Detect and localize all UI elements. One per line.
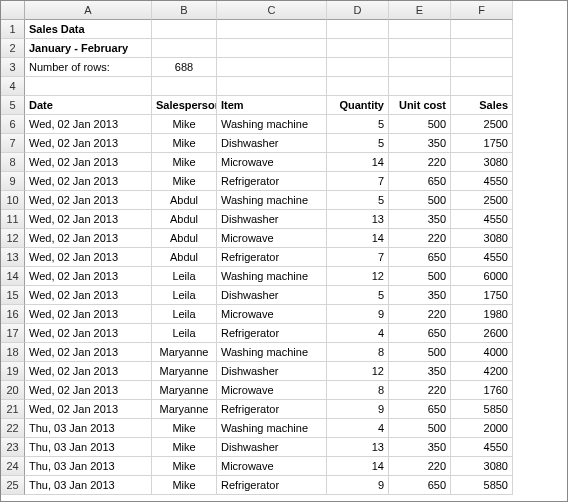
row-header-23[interactable]: 23	[1, 438, 25, 457]
cell-quantity[interactable]: 4	[327, 419, 389, 438]
cell-salesperson[interactable]: Mike	[152, 438, 217, 457]
cell-sales[interactable]: 1980	[451, 305, 513, 324]
cell-unitcost[interactable]: 500	[389, 191, 451, 210]
cell-date[interactable]: Wed, 02 Jan 2013	[25, 362, 152, 381]
cell-unitcost[interactable]: 350	[389, 210, 451, 229]
cell-sales[interactable]: 4550	[451, 210, 513, 229]
header-quantity[interactable]: Quantity	[327, 96, 389, 115]
cell-item[interactable]: Refrigerator	[217, 400, 327, 419]
cell-item[interactable]: Dishwasher	[217, 134, 327, 153]
cell-date[interactable]: Wed, 02 Jan 2013	[25, 248, 152, 267]
cell-salesperson[interactable]: Mike	[152, 457, 217, 476]
row-header-4[interactable]: 4	[1, 77, 25, 96]
cell-unitcost[interactable]: 220	[389, 457, 451, 476]
cell-empty[interactable]	[451, 77, 513, 96]
cell-empty[interactable]	[451, 20, 513, 39]
cell-date[interactable]: Thu, 03 Jan 2013	[25, 419, 152, 438]
cell-empty[interactable]	[389, 58, 451, 77]
cell-salesperson[interactable]: Leila	[152, 305, 217, 324]
cell-quantity[interactable]: 9	[327, 476, 389, 495]
select-all-corner[interactable]	[1, 1, 25, 20]
row-header-25[interactable]: 25	[1, 476, 25, 495]
row-header-18[interactable]: 18	[1, 343, 25, 362]
cell-item[interactable]: Dishwasher	[217, 362, 327, 381]
cell-sales[interactable]: 3080	[451, 457, 513, 476]
cell-unitcost[interactable]: 220	[389, 305, 451, 324]
row-header-19[interactable]: 19	[1, 362, 25, 381]
row-header-20[interactable]: 20	[1, 381, 25, 400]
cell-empty[interactable]	[217, 77, 327, 96]
cell-sales[interactable]: 1750	[451, 134, 513, 153]
cell-salesperson[interactable]: Abdul	[152, 210, 217, 229]
cell-empty[interactable]	[327, 58, 389, 77]
cell-numrows-value[interactable]: 688	[152, 58, 217, 77]
cell-date[interactable]: Wed, 02 Jan 2013	[25, 172, 152, 191]
cell-empty[interactable]	[327, 77, 389, 96]
cell-salesperson[interactable]: Leila	[152, 286, 217, 305]
row-header-2[interactable]: 2	[1, 39, 25, 58]
cell-sales[interactable]: 4000	[451, 343, 513, 362]
row-header-6[interactable]: 6	[1, 115, 25, 134]
cell-unitcost[interactable]: 650	[389, 248, 451, 267]
cell-item[interactable]: Refrigerator	[217, 324, 327, 343]
row-header-16[interactable]: 16	[1, 305, 25, 324]
cell-quantity[interactable]: 13	[327, 210, 389, 229]
header-item[interactable]: Item	[217, 96, 327, 115]
cell-date[interactable]: Wed, 02 Jan 2013	[25, 115, 152, 134]
cell-item[interactable]: Dishwasher	[217, 286, 327, 305]
row-header-22[interactable]: 22	[1, 419, 25, 438]
cell-salesperson[interactable]: Mike	[152, 115, 217, 134]
header-sales[interactable]: Sales	[451, 96, 513, 115]
row-header-24[interactable]: 24	[1, 457, 25, 476]
header-unitcost[interactable]: Unit cost	[389, 96, 451, 115]
cell-salesperson[interactable]: Mike	[152, 476, 217, 495]
row-header-7[interactable]: 7	[1, 134, 25, 153]
cell-item[interactable]: Microwave	[217, 457, 327, 476]
cell-empty[interactable]	[152, 77, 217, 96]
cell-unitcost[interactable]: 500	[389, 419, 451, 438]
cell-date[interactable]: Wed, 02 Jan 2013	[25, 381, 152, 400]
cell-salesperson[interactable]: Mike	[152, 153, 217, 172]
cell-empty[interactable]	[152, 39, 217, 58]
cell-date[interactable]: Wed, 02 Jan 2013	[25, 400, 152, 419]
cell-salesperson[interactable]: Maryanne	[152, 400, 217, 419]
cell-sales[interactable]: 4550	[451, 248, 513, 267]
cell-unitcost[interactable]: 650	[389, 172, 451, 191]
header-date[interactable]: Date	[25, 96, 152, 115]
row-header-3[interactable]: 3	[1, 58, 25, 77]
row-header-9[interactable]: 9	[1, 172, 25, 191]
col-header-F[interactable]: F	[451, 1, 513, 20]
cell-date[interactable]: Wed, 02 Jan 2013	[25, 324, 152, 343]
cell-unitcost[interactable]: 220	[389, 229, 451, 248]
cell-sales[interactable]: 4550	[451, 438, 513, 457]
cell-salesperson[interactable]: Abdul	[152, 248, 217, 267]
cell-quantity[interactable]: 12	[327, 267, 389, 286]
cell-item[interactable]: Refrigerator	[217, 172, 327, 191]
cell-quantity[interactable]: 5	[327, 286, 389, 305]
cell-salesperson[interactable]: Abdul	[152, 229, 217, 248]
cell-quantity[interactable]: 14	[327, 457, 389, 476]
cell-empty[interactable]	[217, 58, 327, 77]
cell-date[interactable]: Thu, 03 Jan 2013	[25, 476, 152, 495]
cell-salesperson[interactable]: Leila	[152, 267, 217, 286]
cell-unitcost[interactable]: 500	[389, 267, 451, 286]
row-header-17[interactable]: 17	[1, 324, 25, 343]
cell-numrows-label[interactable]: Number of rows:	[25, 58, 152, 77]
cell-unitcost[interactable]: 350	[389, 286, 451, 305]
cell-date[interactable]: Wed, 02 Jan 2013	[25, 153, 152, 172]
cell-quantity[interactable]: 13	[327, 438, 389, 457]
cell-item[interactable]: Washing machine	[217, 191, 327, 210]
cell-sales[interactable]: 5850	[451, 400, 513, 419]
row-header-21[interactable]: 21	[1, 400, 25, 419]
cell-sales[interactable]: 5850	[451, 476, 513, 495]
col-header-A[interactable]: A	[25, 1, 152, 20]
cell-quantity[interactable]: 7	[327, 172, 389, 191]
cell-date[interactable]: Thu, 03 Jan 2013	[25, 457, 152, 476]
cell-sales[interactable]: 4200	[451, 362, 513, 381]
cell-item[interactable]: Refrigerator	[217, 248, 327, 267]
cell-sales[interactable]: 6000	[451, 267, 513, 286]
cell-empty[interactable]	[389, 20, 451, 39]
cell-sales[interactable]: 2500	[451, 191, 513, 210]
header-salesperson[interactable]: Salesperson	[152, 96, 217, 115]
cell-sales[interactable]: 1750	[451, 286, 513, 305]
